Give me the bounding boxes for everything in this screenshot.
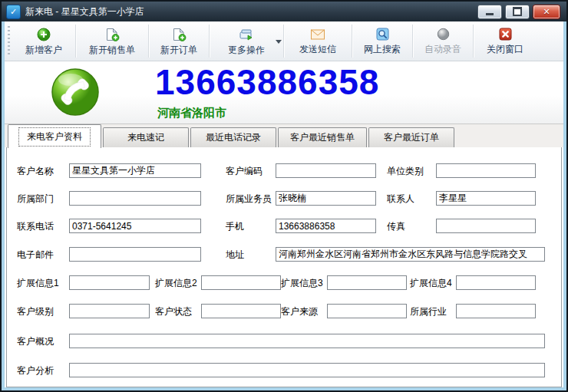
mobile-label: 手机 (226, 219, 244, 234)
email-input[interactable] (69, 247, 201, 262)
tab-recent-calls[interactable]: 最近电话记录 (190, 127, 276, 147)
close-window-button[interactable]: 关闭窗口 (474, 21, 537, 61)
customer-info-page: 客户名称 客户编码 单位类别 所属部门 所属业务员 联系人 联系电话 手机 传真… (6, 147, 562, 387)
chevron-down-icon (276, 40, 282, 44)
close-button[interactable]: ✕ (533, 5, 560, 19)
mobile-input[interactable] (276, 219, 376, 233)
window-title: 新来电 - 星星文具第一小学店 (25, 5, 477, 18)
tab-label: 最近电话记录 (206, 131, 261, 144)
new-order-doc-icon (172, 28, 187, 41)
more-actions-icon (239, 28, 254, 41)
tab-label: 客户最近订单 (384, 131, 439, 144)
contact-phone-input[interactable] (69, 219, 201, 233)
auto-record-button: 自动录音 (413, 21, 473, 61)
ext-info3-input[interactable] (327, 275, 407, 290)
add-customer-button[interactable]: 新增客户 (12, 21, 75, 61)
tab-label: 客户最近销售单 (290, 131, 355, 144)
address-input[interactable] (276, 247, 545, 262)
tab-label: 来电客户资料 (18, 127, 91, 147)
department-label: 所属部门 (17, 191, 54, 206)
customer-code-label: 客户编码 (226, 163, 263, 179)
app-logo-icon: ✓ (6, 5, 21, 19)
tab-caller-customer-info[interactable]: 来电客户资料 (8, 124, 101, 148)
toolbar-button-label: 网上搜索 (364, 43, 401, 56)
industry-input[interactable] (456, 304, 536, 318)
window-controls: ✕ (477, 5, 560, 19)
tab-label: 来电速记 (127, 131, 164, 144)
ext-info4-label: 扩展信息4 (410, 275, 452, 291)
tab-recent-orders[interactable]: 客户最近订单 (368, 127, 454, 147)
send-sms-button[interactable]: 发送短信 (284, 21, 352, 61)
new-order-button[interactable]: 更多操作 新开订单 (149, 21, 209, 61)
add-customer-icon (37, 28, 51, 41)
ext-info3-label: 扩展信息3 (281, 275, 323, 291)
industry-label: 所属行业 (410, 304, 447, 319)
record-icon (437, 28, 450, 41)
maximize-icon (513, 7, 522, 16)
new-sales-doc-icon (105, 28, 120, 41)
customer-analysis-label: 客户分析 (17, 363, 54, 378)
salesperson-input[interactable] (276, 191, 376, 206)
ext-info1-input[interactable] (69, 275, 150, 290)
salesperson-label: 所属业务员 (226, 191, 272, 206)
customer-level-input[interactable] (69, 304, 150, 318)
web-search-button[interactable]: 网上搜索 (352, 21, 412, 61)
customer-source-label: 客户来源 (281, 304, 318, 319)
web-search-icon (376, 28, 389, 41)
contact-person-input[interactable] (436, 191, 536, 206)
toolbar-button-label: 更多操作 (228, 44, 265, 57)
customer-name-label: 客户名称 (17, 163, 54, 179)
toolbar-grip-icon (8, 26, 10, 56)
ext-info1-label: 扩展信息1 (17, 275, 59, 291)
toolbar-button-label: 新开订单 (160, 44, 197, 57)
customer-status-label: 客户状态 (155, 304, 192, 319)
ext-info2-input[interactable] (201, 275, 281, 290)
title-bar: ✓ 新来电 - 星星文具第一小学店 ✕ (2, 2, 566, 21)
address-label: 地址 (226, 247, 244, 262)
toolbar-button-label: 关闭窗口 (487, 43, 523, 56)
toolbar-button-label: 新增客户 (25, 44, 62, 57)
customer-level-label: 客户级别 (17, 304, 54, 319)
tab-strip: 来电客户资料 来电速记 最近电话记录 客户最近销售单 客户最近订单 (5, 124, 563, 147)
toolbar-button-label: 发送短信 (299, 43, 336, 56)
ext-info2-label: 扩展信息2 (155, 275, 197, 291)
incoming-call-window: ✓ 新来电 - 星星文具第一小学店 ✕ 新增客户 (0, 0, 568, 392)
customer-status-input[interactable] (201, 304, 281, 318)
more-actions-button[interactable]: 更多操作 (210, 21, 283, 61)
phone-icon (51, 68, 100, 117)
tab-call-notes[interactable]: 来电速记 (103, 127, 189, 147)
minimize-button[interactable] (477, 5, 502, 19)
new-sales-order-button[interactable]: 新开销售单 (76, 21, 148, 61)
sms-envelope-icon (310, 28, 325, 41)
email-label: 电子邮件 (17, 247, 54, 262)
fax-input[interactable] (436, 219, 536, 233)
minimize-icon (486, 13, 494, 15)
customer-overview-label: 客户概况 (17, 334, 54, 349)
customer-analysis-input[interactable] (69, 363, 545, 377)
customer-code-input[interactable] (276, 163, 376, 178)
fax-label: 传真 (387, 219, 405, 234)
toolbar-button-label: 新开销售单 (89, 44, 135, 57)
tab-recent-sales-orders[interactable]: 客户最近销售单 (278, 127, 367, 147)
caller-phone-number: 13663886358 (155, 61, 379, 103)
unit-category-label: 单位类别 (387, 163, 424, 179)
ext-info4-input[interactable] (456, 275, 536, 290)
caller-location: 河南省洛阳市 (157, 106, 226, 120)
toolbar-button-label: 自动录音 (424, 43, 461, 56)
customer-overview-input[interactable] (69, 334, 545, 348)
caller-panel: 13663886358 河南省洛阳市 (5, 61, 563, 124)
contact-phone-label: 联系电话 (17, 219, 54, 234)
customer-source-input[interactable] (327, 304, 407, 318)
customer-name-input[interactable] (69, 163, 201, 178)
department-input[interactable] (69, 191, 201, 206)
maximize-button[interactable] (505, 5, 530, 19)
close-window-icon (499, 28, 512, 41)
toolbar: 新增客户 新开销售单 更多操作 (5, 21, 563, 61)
contact-person-label: 联系人 (387, 191, 414, 206)
window-frame: 新增客户 新开销售单 更多操作 (2, 21, 566, 390)
unit-category-input[interactable] (436, 163, 536, 178)
